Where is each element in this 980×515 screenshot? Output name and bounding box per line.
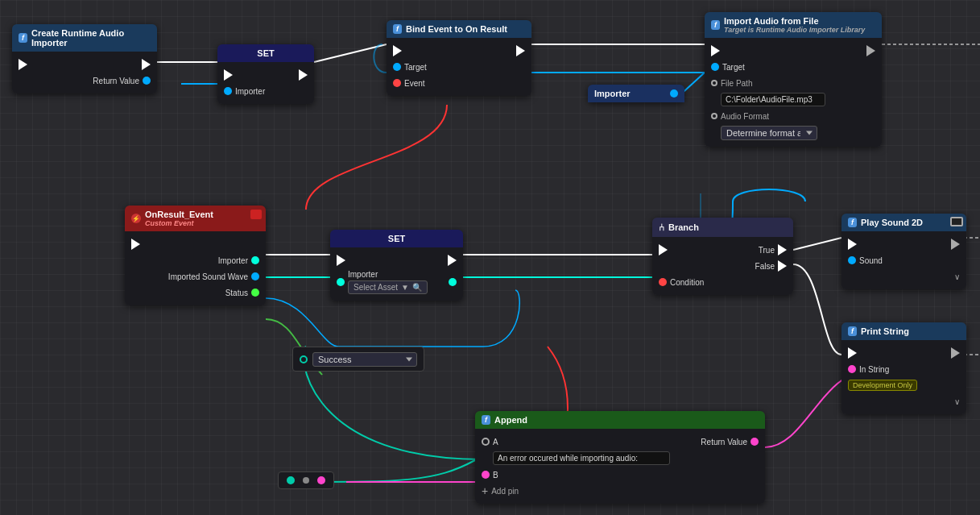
in-string-pin[interactable] <box>848 365 856 373</box>
exec-in-pin[interactable] <box>659 244 668 255</box>
node-set1: SET Importer <box>217 44 314 104</box>
expand-icon[interactable]: ∨ <box>954 397 960 406</box>
node-onresult-header: ⚡ OnResult_Event Custom Event <box>125 206 266 231</box>
audioformat-dropdown-wrapper[interactable]: Determine format automatically <box>721 126 817 140</box>
return-value-label: Return Value <box>93 77 139 85</box>
a-input[interactable] <box>493 451 670 465</box>
expand-icon[interactable]: ∨ <box>954 272 960 281</box>
false-pin[interactable] <box>778 260 787 272</box>
event-pin[interactable] <box>393 79 401 87</box>
filepath-input[interactable] <box>721 93 825 106</box>
condition-pin[interactable] <box>659 278 667 286</box>
filepath-pin[interactable] <box>711 80 717 86</box>
dev-only-badge: Development Only <box>848 380 917 391</box>
false-row: False <box>652 258 793 274</box>
importer-label: Importer <box>348 270 428 279</box>
exec-row <box>841 236 966 252</box>
return-value-pin[interactable] <box>143 77 151 85</box>
event-marker <box>250 210 262 219</box>
filepath-label: File Path <box>721 79 752 88</box>
exec-in-pin[interactable] <box>224 69 233 81</box>
exec-in-pin[interactable] <box>711 45 720 56</box>
return-value-pin[interactable] <box>751 438 759 446</box>
condition-row: Condition <box>652 274 793 290</box>
search-icon[interactable]: 🔍 <box>412 283 422 292</box>
node-append-body: A Return Value B + Add pin <box>475 429 765 504</box>
teal-pin-left[interactable] <box>300 355 308 363</box>
node-print-string: f Print String In String Development Onl… <box>841 322 966 414</box>
target-pin[interactable] <box>711 63 719 71</box>
exec-row <box>330 252 463 268</box>
node-onresult-title: OnResult_Event <box>145 210 213 219</box>
importer-pin[interactable] <box>251 256 259 264</box>
gray-pin[interactable] <box>303 477 309 484</box>
importer-pin[interactable] <box>224 87 232 95</box>
teal-pin[interactable] <box>287 476 295 484</box>
node-branch-title: Branch <box>668 222 699 232</box>
b-pin[interactable] <box>482 471 490 479</box>
exec-in-pin[interactable] <box>337 255 345 266</box>
exec-in-pin[interactable] <box>19 59 27 70</box>
success-dropdown-wrapper[interactable]: Success Failure Completed <box>312 351 417 367</box>
pink-pin[interactable] <box>317 476 325 484</box>
exec-out-pin[interactable] <box>951 347 960 359</box>
status-row: Status <box>125 284 266 301</box>
status-pin[interactable] <box>251 289 259 297</box>
exec-in-pin[interactable] <box>848 347 857 359</box>
importer-output-pin[interactable] <box>670 89 678 98</box>
a-row: A Return Value <box>475 434 765 450</box>
expand-row: ∨ <box>841 393 966 409</box>
node-import-audio-titles: Import Audio from File Target is Runtime… <box>724 16 865 34</box>
exec-out-pin[interactable] <box>951 239 960 250</box>
node-branch-body: True False Condition <box>652 237 793 295</box>
success-dropdown-select[interactable]: Success Failure Completed <box>312 352 417 367</box>
exec-out-pin[interactable] <box>516 45 525 56</box>
exec-out-pin[interactable] <box>866 45 875 56</box>
importer-row: Importer <box>125 252 266 268</box>
audioformat-select-row[interactable]: Determine format automatically <box>705 124 882 142</box>
exec-out-pin[interactable] <box>142 59 151 70</box>
a-pin[interactable] <box>482 438 490 446</box>
node-set2: SET Importer Select Asset ▼ 🔍 <box>330 230 463 301</box>
exec-row <box>125 236 266 252</box>
exec-in-pin[interactable] <box>393 45 402 56</box>
function-icon-append: f <box>482 415 490 425</box>
node-append-title: Append <box>494 415 527 425</box>
node-bind-event-title: Bind Event to On Result <box>406 24 507 34</box>
return-value-label: Return Value <box>701 438 747 446</box>
exec-out-pin[interactable] <box>131 239 140 250</box>
node-set2-body: Importer Select Asset ▼ 🔍 <box>330 247 463 301</box>
node-branch: ⑃ Branch True False Condition <box>652 218 793 295</box>
bottom-connector-row <box>278 471 334 489</box>
imported-soundwave-pin[interactable] <box>251 272 259 280</box>
audioformat-label: Audio Format <box>721 112 769 121</box>
a-label: A <box>493 438 498 446</box>
true-pin[interactable] <box>778 244 787 255</box>
audioformat-select[interactable]: Determine format automatically <box>721 126 817 140</box>
select-asset-label: Select Asset <box>354 283 398 292</box>
importer-out-pin[interactable] <box>449 278 457 286</box>
target-pin[interactable] <box>393 63 401 71</box>
b-row: B <box>475 467 765 483</box>
target-label: Target <box>404 63 427 72</box>
a-input-row[interactable] <box>475 450 765 467</box>
audioformat-pin[interactable] <box>711 113 717 119</box>
node-create-runtime: f Create Runtime Audio Importer Return V… <box>12 24 157 93</box>
exec-out-pin[interactable] <box>448 255 457 266</box>
add-pin-label[interactable]: Add pin <box>491 487 519 496</box>
exec-row: True <box>652 242 793 258</box>
sound-pin[interactable] <box>848 256 856 264</box>
imported-soundwave-row: Imported Sound Wave <box>125 268 266 284</box>
node-onresult-body: Importer Imported Sound Wave Status <box>125 231 266 305</box>
exec-in-pin[interactable] <box>848 239 857 250</box>
importer-pin[interactable] <box>337 278 345 286</box>
select-asset-button[interactable]: Select Asset ▼ 🔍 <box>348 280 428 294</box>
node-import-audio-subtitle: Target is Runtime Audio Importer Library <box>724 26 865 34</box>
node-set1-title: SET <box>257 48 274 58</box>
branch-icon: ⑃ <box>659 222 664 233</box>
return-value-row: Return Value <box>12 73 157 89</box>
node-import-audio: f Import Audio from File Target is Runti… <box>705 12 882 147</box>
exec-out-pin[interactable] <box>299 69 308 81</box>
filepath-input-row[interactable] <box>705 91 882 108</box>
event-icon: ⚡ <box>131 214 141 223</box>
